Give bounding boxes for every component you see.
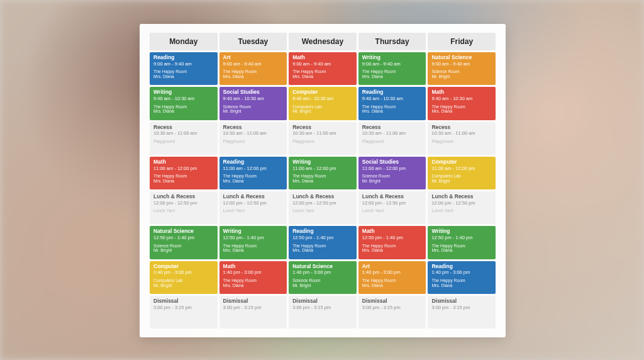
cell-subject: Reading: [431, 264, 492, 270]
cell-time: 9:00 am - 9:40 am: [292, 62, 353, 67]
cell-subject: Math: [223, 264, 284, 270]
cell-time: 1:40 pm - 3:00 pm: [153, 270, 214, 276]
cell-room: The Happy Room: [292, 174, 353, 179]
cell-time: 10:30 am - 11:00 am: [153, 131, 214, 137]
cell-room: Playground: [223, 139, 284, 144]
cell-room: The Happy Room: [431, 244, 492, 249]
cell-subject: Social Studies: [223, 89, 284, 96]
cell-time: 9:00 am - 9:40 am: [362, 62, 423, 67]
cell-time: 11:00 am - 12:00 pm: [223, 166, 284, 172]
schedule-cell: Art9:00 am - 9:40 amThe Happy RoomMrs. D…: [219, 52, 287, 85]
cell-room: The Happy Room: [223, 244, 284, 249]
cell-subject: Dismissal: [431, 298, 492, 305]
schedule-cell: Dismissal3:00 pm - 3:15 pm: [358, 296, 426, 329]
cell-subject: Math: [153, 159, 214, 166]
schedule-cell: Writing12:50 pm - 1:40 pmThe Happy RoomM…: [428, 226, 496, 259]
schedule-cell: Art1:40 pm - 3:00 pmThe Happy RoomMrs. D…: [358, 261, 426, 294]
day-header: Wednesday: [289, 33, 357, 50]
cell-time: 3:00 pm - 3:15 pm: [362, 305, 423, 311]
schedule-cell: Computer1:40 pm - 3:00 pmComputers LabMr…: [150, 261, 218, 294]
cell-teacher: Mrs. Diana: [431, 109, 492, 114]
cell-room: The Happy Room: [292, 244, 353, 249]
cell-teacher: Mrs. Diana: [362, 109, 423, 114]
cell-subject: Dismissal: [223, 298, 284, 305]
cell-subject: Natural Science: [431, 55, 492, 61]
cell-time: 12:00 pm - 12:50 pm: [292, 201, 353, 206]
cell-subject: Computer: [292, 89, 353, 96]
cell-teacher: Mr. Bright: [292, 283, 353, 288]
day-header: Tuesday: [219, 33, 287, 50]
schedule-cell: Lunch & Recess12:00 pm - 12:50 pmLunch Y…: [428, 191, 496, 224]
schedule-cell: Math11:00 am - 12:00 pmThe Happy RoomMrs…: [150, 157, 218, 189]
cell-room: Lunch Yard: [223, 208, 284, 213]
cell-teacher: Mrs. Diana: [362, 248, 423, 253]
schedule-cell: Lunch & Recess12:00 pm - 12:50 pmLunch Y…: [358, 191, 426, 224]
cell-room: Lunch Yard: [153, 208, 214, 213]
cell-room: Playground: [292, 139, 353, 144]
cell-subject: Reading: [362, 89, 423, 96]
cell-teacher: Mrs. Diana: [362, 74, 423, 79]
cell-room: Science Room: [431, 69, 492, 74]
cell-subject: Dismissal: [292, 298, 353, 305]
cell-time: 12:00 pm - 12:50 pm: [431, 201, 492, 206]
cell-time: 3:00 pm - 3:15 pm: [153, 305, 214, 311]
cell-room: Science Room: [223, 104, 284, 110]
schedule-cell: Social Studies9:40 am - 10:30 amScience …: [219, 87, 287, 120]
schedule-cell: Natural Science1:40 pm - 3:00 pmScience …: [289, 261, 357, 294]
cell-room: Science Room: [153, 244, 214, 249]
cell-teacher: Mrs. Diana: [153, 74, 214, 79]
cell-subject: Math: [431, 89, 492, 96]
schedule-cell: Writing12:50 pm - 1:40 pmThe Happy RoomM…: [219, 226, 287, 259]
cell-subject: Recess: [223, 125, 284, 131]
cell-room: Playground: [153, 139, 214, 144]
cell-subject: Lunch & Recess: [153, 194, 214, 200]
cell-time: 9:40 am - 10:30 am: [153, 96, 214, 102]
cell-room: Computers Lab: [153, 278, 214, 283]
cell-time: 10:30 am - 11:00 am: [223, 131, 284, 137]
cell-subject: Dismissal: [153, 298, 214, 305]
cell-teacher: Mrs. Diana: [223, 248, 284, 253]
cell-subject: Lunch & Recess: [431, 194, 492, 200]
cell-subject: Writing: [223, 228, 284, 235]
schedule-cell: Reading12:50 pm - 1:40 pmThe Happy RoomM…: [289, 226, 357, 259]
cell-teacher: Mr. Bright: [431, 179, 492, 184]
cell-time: 9:00 am - 9:40 am: [431, 62, 492, 67]
schedule-cell: Math1:40 pm - 3:00 pmThe Happy RoomMrs. …: [219, 261, 287, 294]
cell-time: 12:50 pm - 1:40 pm: [431, 235, 492, 241]
cell-room: The Happy Room: [153, 174, 214, 179]
cell-room: The Happy Room: [153, 69, 214, 74]
cell-subject: Writing: [431, 228, 492, 235]
cell-time: 11:00 am - 12:00 pm: [362, 166, 423, 172]
cell-room: Computers Lab: [431, 174, 492, 179]
schedule-card: MondayTuesdayWednesdayThursdayFridayRead…: [140, 24, 506, 337]
cell-room: The Happy Room: [362, 104, 423, 110]
cell-time: 9:40 am - 10:30 am: [431, 96, 492, 102]
cell-time: 11:00 am - 12:00 pm: [153, 166, 214, 172]
schedule-cell: Recess10:30 am - 11:00 amPlayground: [150, 122, 218, 155]
cell-time: 1:40 pm - 3:00 pm: [362, 270, 423, 276]
cell-subject: Computer: [153, 264, 214, 270]
cell-time: 10:30 am - 11:00 am: [292, 131, 353, 137]
cell-time: 10:30 am - 11:00 am: [362, 131, 423, 137]
cell-teacher: Mrs. Diana: [292, 248, 353, 253]
cell-subject: Writing: [292, 159, 353, 166]
cell-room: Lunch Yard: [292, 208, 353, 213]
cell-room: The Happy Room: [362, 244, 423, 249]
cell-time: 3:00 pm - 3:15 pm: [223, 305, 284, 311]
cell-subject: Social Studies: [362, 159, 423, 166]
cell-time: 12:00 pm - 12:50 pm: [362, 201, 423, 206]
day-header: Friday: [428, 33, 496, 50]
cell-subject: Recess: [362, 125, 423, 131]
cell-subject: Recess: [431, 125, 492, 131]
schedule-cell: Reading1:40 pm - 3:00 pmThe Happy RoomMr…: [428, 261, 496, 294]
cell-subject: Recess: [153, 125, 214, 131]
cell-teacher: Mrs. Diana: [153, 179, 214, 184]
schedule-cell: Computer9:40 am - 10:30 amComputers LabM…: [289, 87, 357, 120]
cell-time: 12:50 pm - 1:40 pm: [292, 235, 353, 241]
cell-time: 1:40 pm - 3:00 pm: [431, 270, 492, 276]
cell-time: 11:00 am - 12:00 pm: [292, 166, 353, 172]
cell-room: Playground: [362, 139, 423, 144]
cell-subject: Recess: [292, 125, 353, 131]
cell-time: 1:40 pm - 3:00 pm: [223, 270, 284, 276]
cell-room: The Happy Room: [362, 278, 423, 283]
